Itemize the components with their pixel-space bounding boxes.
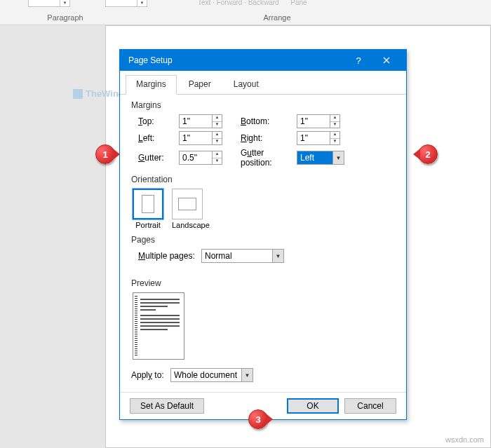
- chevron-down-icon[interactable]: ▼: [332, 151, 344, 164]
- spinner-icon[interactable]: ▲▼: [330, 132, 339, 144]
- help-button[interactable]: ?: [344, 50, 372, 71]
- label-apply-to: Apply to:: [131, 370, 170, 380]
- landscape-icon: [178, 198, 196, 210]
- section-margins: Margins: [131, 100, 395, 110]
- ribbon-spinner-2[interactable]: ▲▼: [105, 0, 147, 7]
- input-top[interactable]: 1" ▲▼: [179, 114, 222, 128]
- tab-paper[interactable]: Paper: [178, 75, 222, 94]
- section-orientation: Orientation: [131, 175, 395, 184]
- label-bottom: Bottom:: [241, 116, 297, 126]
- select-apply-to[interactable]: Whole document ▼: [170, 368, 253, 382]
- dialog-titlebar[interactable]: Page Setup ?: [120, 50, 406, 71]
- callout-1: 1: [95, 144, 115, 164]
- section-preview: Preview: [131, 278, 395, 288]
- spinner-icon[interactable]: ▲▼: [330, 115, 339, 128]
- input-right[interactable]: 1" ▲▼: [297, 131, 340, 145]
- ribbon-group-arrange: Arrange: [253, 13, 302, 22]
- orientation-portrait[interactable]: Portrait: [133, 189, 163, 229]
- page-setup-dialog: Page Setup ? Margins Paper Layout Margin…: [119, 49, 407, 420]
- dialog-title: Page Setup: [128, 55, 344, 65]
- ok-button[interactable]: OK: [287, 398, 339, 414]
- label-right: Right:: [241, 133, 297, 143]
- label-multiple-pages: Multiple pages:: [138, 251, 201, 261]
- input-gutter[interactable]: 0.5" ▲▼: [179, 151, 222, 165]
- callout-3: 3: [248, 409, 268, 429]
- set-as-default-button[interactable]: Set As Default: [130, 398, 204, 414]
- cancel-button[interactable]: Cancel: [344, 398, 396, 414]
- label-left: Left:: [138, 133, 179, 143]
- image-credit: wsxdn.com: [445, 435, 484, 444]
- spinner-icon[interactable]: ▲▼: [212, 151, 222, 164]
- ribbon-background: ▲▼ ▲▼ Paragraph Arrange Text · Forward ·…: [0, 0, 491, 25]
- close-button[interactable]: [372, 50, 401, 71]
- label-gutter-position: Gutter position:: [241, 148, 297, 168]
- spinner-icon[interactable]: ▲▼: [212, 115, 222, 128]
- orientation-landscape[interactable]: Landscape: [172, 189, 210, 229]
- input-left[interactable]: 1" ▲▼: [179, 131, 222, 145]
- preview-thumbnail: [133, 292, 184, 360]
- close-icon: [383, 57, 390, 64]
- input-bottom[interactable]: 1" ▲▼: [297, 114, 340, 128]
- section-pages: Pages: [131, 235, 395, 245]
- select-gutter-position[interactable]: Left ▼: [297, 151, 344, 165]
- label-top: Top:: [138, 116, 179, 126]
- ribbon-group-paragraph: Paragraph: [41, 13, 90, 22]
- dialog-tabs: Margins Paper Layout: [120, 71, 406, 95]
- callout-2: 2: [418, 144, 438, 164]
- chevron-down-icon[interactable]: ▼: [272, 250, 283, 262]
- ribbon-faded: Text · Forward · Backward Pane: [198, 0, 307, 6]
- tab-layout[interactable]: Layout: [223, 75, 269, 94]
- select-multiple-pages[interactable]: Normal ▼: [201, 249, 284, 263]
- chevron-down-icon[interactable]: ▼: [241, 369, 253, 381]
- portrait-icon: [142, 195, 154, 213]
- tab-margins[interactable]: Margins: [126, 75, 177, 95]
- label-gutter: Gutter:: [138, 153, 179, 163]
- ribbon-spinner-1[interactable]: ▲▼: [28, 0, 70, 7]
- spinner-icon[interactable]: ▲▼: [212, 132, 222, 144]
